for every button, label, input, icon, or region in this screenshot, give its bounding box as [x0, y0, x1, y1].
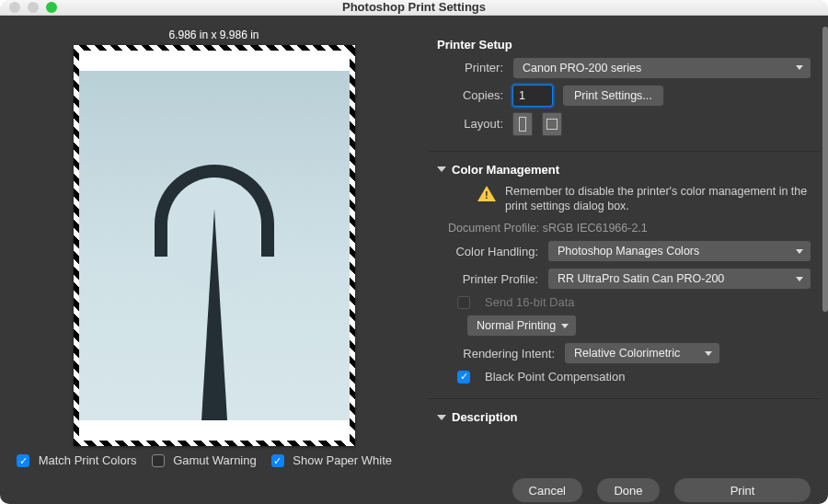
printer-label: Printer: [446, 61, 503, 74]
layout-label: Layout: [446, 117, 503, 131]
cancel-button[interactable]: Cancel [512, 477, 583, 503]
dropdown-value: Relative Colorimetric [574, 347, 680, 360]
print-settings-button[interactable]: Print Settings... [562, 85, 664, 107]
section-header[interactable]: Printer Setup [437, 38, 811, 52]
settings-panel: Printer Setup Printer: Canon PRO-200 ser… [428, 27, 821, 438]
show-paper-white-option[interactable]: Show Paper White [271, 453, 392, 468]
printer-setup-section: Printer Setup Printer: Canon PRO-200 ser… [428, 27, 821, 152]
document-profile: Document Profile: sRGB IEC61966-2.1 [448, 222, 811, 235]
copies-input[interactable]: 1 [512, 85, 553, 107]
label-text: Gamut Warning [173, 453, 257, 467]
checkbox-icon[interactable] [271, 454, 284, 467]
dropdown-value: RR UltraPro Satin Can PRO-200 [558, 272, 724, 285]
send-16bit-label: Send 16-bit Data [485, 295, 575, 309]
printer-dropdown[interactable]: Canon PRO-200 series [512, 57, 811, 79]
checkbox-icon[interactable] [457, 371, 470, 384]
button-label: Done [614, 484, 642, 498]
section-title: Description [452, 410, 518, 424]
preview-canvas-wrap [17, 45, 411, 446]
scrollbar-thumb[interactable] [822, 27, 828, 312]
checkbox-icon [457, 296, 470, 309]
printing-mode-dropdown[interactable]: Normal Printing [466, 315, 577, 337]
paper-dimensions: 6.986 in x 9.986 in [17, 29, 411, 41]
section-header[interactable]: Color Management [437, 163, 811, 177]
scrollbar[interactable] [822, 27, 828, 466]
dialog-footer: Cancel Done Print [0, 476, 828, 504]
input-value: 1 [519, 89, 525, 102]
description-section: Description [428, 399, 821, 437]
rendering-intent-dropdown[interactable]: Relative Colorimetric [564, 342, 720, 364]
preview-shape [201, 209, 227, 420]
label-text: Document Profile: [448, 222, 539, 235]
dropdown-value: Photoshop Manages Colors [558, 245, 699, 258]
color-handling-label: Color Handling: [446, 245, 538, 258]
dropdown-value: Normal Printing [477, 319, 556, 332]
copies-label: Copies: [446, 88, 503, 102]
section-title: Printer Setup [437, 38, 512, 52]
button-label: Cancel [529, 484, 566, 498]
settings-pane: Printer Setup Printer: Canon PRO-200 ser… [428, 16, 828, 477]
warning-icon [477, 186, 496, 201]
section-title: Color Management [452, 163, 559, 177]
color-handling-dropdown[interactable]: Photoshop Manages Colors [547, 240, 811, 262]
button-label: Print [730, 484, 755, 498]
color-warning: Remember to disable the printer's color … [477, 184, 811, 215]
checkbox-icon[interactable] [152, 454, 165, 467]
profile-value: sRGB IEC61966-2.1 [543, 222, 648, 235]
done-button[interactable]: Done [596, 477, 661, 503]
gamut-warning-option[interactable]: Gamut Warning [152, 453, 257, 468]
rendering-intent-label: Rendering Intent: [446, 347, 555, 361]
chevron-down-icon [437, 415, 446, 420]
color-management-section: Color Management Remember to disable the… [428, 152, 821, 400]
checkbox-icon[interactable] [17, 454, 29, 467]
window: Photoshop Print Settings 6.986 in x 9.98… [0, 0, 828, 504]
print-button[interactable]: Print [673, 477, 811, 503]
section-header[interactable]: Description [437, 410, 811, 424]
black-point-comp-label: Black Point Compensation [485, 370, 625, 384]
titlebar: Photoshop Print Settings [0, 0, 828, 16]
preview-options: Match Print Colors Gamut Warning Show Pa… [17, 453, 411, 468]
label-text: Match Print Colors [39, 453, 137, 467]
match-print-colors-option[interactable]: Match Print Colors [17, 453, 137, 468]
printer-profile-dropdown[interactable]: RR UltraPro Satin Can PRO-200 [547, 268, 811, 290]
warning-text: Remember to disable the printer's color … [505, 184, 811, 215]
label-text: Show Paper White [293, 453, 392, 467]
window-title: Photoshop Print Settings [0, 0, 828, 14]
button-label: Print Settings... [574, 89, 652, 102]
printer-profile-label: Printer Profile: [446, 272, 538, 286]
layout-landscape-icon[interactable] [542, 112, 562, 136]
dropdown-value: Canon PRO-200 series [523, 62, 641, 74]
preview-image [79, 71, 350, 420]
dialog-body: 6.986 in x 9.986 in Match Print Colors [0, 16, 828, 477]
preview-pane: 6.986 in x 9.986 in Match Print Colors [0, 16, 428, 477]
chevron-down-icon [437, 166, 446, 172]
layout-portrait-icon[interactable] [512, 112, 533, 136]
paper-preview[interactable] [74, 45, 355, 446]
